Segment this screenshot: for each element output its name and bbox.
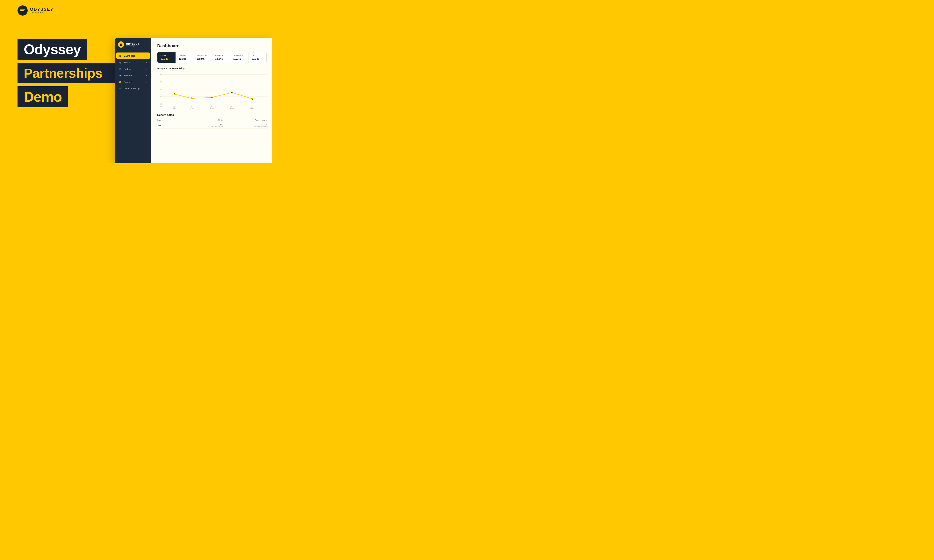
sidebar-item-content[interactable]: 📁 Content ▼	[116, 79, 150, 85]
row-conversions: 123 Weighted Average	[223, 122, 267, 129]
account-settings-icon: ⚙	[119, 87, 122, 90]
row-clicks: 123 Weighted Average	[180, 122, 223, 129]
svg-text:80%: 80%	[160, 81, 162, 83]
sidebar-logo-icon	[118, 42, 124, 48]
sidebar-nav: ⊞ Dashboard ◎ Reports ▼ 👥 Partners ▼ ◈ F…	[115, 52, 151, 92]
stat-clicks-label: Clicks	[160, 54, 173, 57]
analysis-chevron-icon: ▾	[185, 68, 186, 69]
hero-line2: Partnerships	[24, 66, 102, 80]
stat-action-costs[interactable]: Action costs 12.345	[194, 52, 212, 63]
svg-text:mo.: mo.	[174, 105, 176, 107]
sidebar-item-account-settings[interactable]: ⚙ Account Settings	[116, 85, 150, 92]
clicks-weighted-avg: Weighted Average	[180, 126, 223, 128]
stat-revenue-value: 12.345	[215, 57, 227, 60]
logo-lines-icon	[20, 9, 25, 12]
col-conversions: Conversions	[223, 118, 267, 122]
table-row: Total 123 Weighted Average 123 Weighted …	[157, 122, 267, 129]
reports-arrow-icon: ▼	[146, 62, 148, 63]
analysis-header: Analysis Incrementality ▾	[157, 67, 267, 70]
content-arrow-icon: ▼	[146, 81, 148, 83]
logo-icon	[17, 5, 28, 15]
row-source: Total	[157, 122, 180, 129]
partners-arrow-icon: ▼	[146, 68, 148, 70]
brand-name: ODYSSEY	[30, 7, 53, 11]
stat-revenue-label: Revenue	[215, 54, 227, 57]
dashboard-ui: ODYSSEY Partnerships ⊞ Dashboard ◎ Repor…	[115, 38, 273, 163]
stat-total-costs-value: 12.345	[233, 57, 245, 60]
brand-subtitle: Partnerships	[30, 11, 53, 14]
svg-text:we.: we.	[211, 105, 213, 107]
conversions-weighted-avg: Weighted Average	[223, 126, 267, 128]
sales-table: Source Clicks Conversions Total 123 Weig…	[157, 118, 267, 129]
svg-text:fr.: fr.	[251, 105, 253, 107]
svg-text:tu.: tu.	[191, 105, 193, 107]
svg-point-15	[251, 98, 253, 100]
analysis-dropdown-label: Incrementality	[169, 67, 185, 70]
col-clicks: Clicks	[180, 118, 223, 122]
sidebar-item-partners[interactable]: 👥 Partners ▼	[116, 66, 150, 72]
sidebar-item-dashboard-label: Dashboard	[124, 55, 148, 57]
svg-text:12 jan.: 12 jan.	[210, 107, 214, 109]
svg-text:14 jan.: 14 jan.	[250, 107, 254, 109]
stat-revenue[interactable]: Revenue 12.345	[212, 52, 230, 63]
hero-line3-block: Demo	[17, 86, 68, 107]
recent-sales-title: Recent sales	[157, 113, 267, 117]
sidebar-brand-text: ODYSSEY Partnerships	[126, 43, 140, 46]
stat-actions[interactable]: Actions 12.345	[176, 52, 194, 63]
stat-clicks[interactable]: Clicks 12.345	[157, 52, 176, 63]
analysis-label: Analysis	[157, 67, 167, 70]
svg-point-14	[231, 92, 233, 93]
sidebar-item-finance[interactable]: ◈ Finance ▼	[116, 72, 150, 78]
svg-text:0%: 0%	[160, 106, 162, 108]
svg-text:11 jan.: 11 jan.	[190, 107, 194, 109]
hero-line3: Demo	[24, 89, 62, 105]
sidebar-item-partners-label: Partners	[124, 68, 144, 70]
sidebar-item-account-settings-label: Account Settings	[124, 87, 148, 90]
stat-clicks-value: 12.345	[160, 57, 173, 60]
analysis-dropdown[interactable]: Incrementality ▾	[169, 67, 186, 70]
stat-action-costs-label: Action costs	[197, 54, 209, 57]
stat-total-costs-label: Total costs	[233, 54, 245, 57]
hero-line2-block: Partnerships	[17, 63, 119, 83]
finance-arrow-icon: ▼	[146, 74, 148, 77]
chart-svg: 100% 80% 60% 40% 20% 0% mo. 10 jan.	[157, 72, 267, 109]
page-title: Dashboard	[157, 43, 267, 48]
hero-line1: Odyssey	[24, 42, 81, 57]
svg-text:th.: th.	[231, 105, 233, 107]
stat-cr-label: CR	[251, 54, 264, 57]
sidebar-logo-lines	[120, 43, 122, 46]
chart-area: 100% 80% 60% 40% 20% 0% mo. 10 jan.	[157, 72, 267, 109]
stat-total-costs[interactable]: Total costs 12.345	[230, 52, 248, 63]
hero-line1-block: Odyssey	[17, 39, 87, 60]
svg-text:10 jan.: 10 jan.	[173, 107, 176, 109]
stat-action-costs-value: 12.345	[197, 57, 209, 60]
stat-cr[interactable]: CR 12.345	[248, 52, 267, 63]
sidebar-item-reports-label: Reports	[124, 61, 144, 63]
svg-text:40%: 40%	[160, 96, 162, 98]
reports-icon: ◎	[119, 61, 122, 64]
top-logo: ODYSSEY Partnerships	[17, 5, 53, 15]
main-content: Dashboard Clicks 12.345 Actions 12.345 A…	[151, 38, 273, 163]
stats-row: Clicks 12.345 Actions 12.345 Action cost…	[157, 52, 267, 63]
stat-actions-label: Actions	[179, 54, 191, 57]
logo-text: ODYSSEY Partnerships	[30, 7, 53, 14]
dashboard-icon: ⊞	[119, 54, 122, 57]
sidebar-item-reports[interactable]: ◎ Reports ▼	[116, 59, 150, 66]
stat-actions-value: 12.345	[179, 57, 191, 60]
stat-cr-value: 12.345	[251, 57, 264, 60]
sidebar-item-content-label: Content	[124, 81, 144, 83]
sidebar-logo: ODYSSEY Partnerships	[115, 38, 151, 51]
svg-text:20%: 20%	[160, 103, 162, 105]
sidebar-brand-subtitle: Partnerships	[126, 45, 140, 46]
svg-point-12	[191, 98, 193, 99]
svg-point-13	[211, 97, 213, 98]
svg-point-11	[174, 93, 175, 95]
sidebar: ODYSSEY Partnerships ⊞ Dashboard ◎ Repor…	[115, 38, 151, 163]
hero-content: Odyssey Partnerships Demo	[17, 39, 119, 111]
svg-text:100%: 100%	[159, 74, 162, 75]
sidebar-item-dashboard[interactable]: ⊞ Dashboard	[116, 52, 150, 59]
finance-icon: ◈	[119, 74, 122, 77]
sidebar-item-finance-label: Finance	[124, 74, 144, 77]
col-source: Source	[157, 118, 180, 122]
svg-text:60%: 60%	[160, 88, 162, 90]
